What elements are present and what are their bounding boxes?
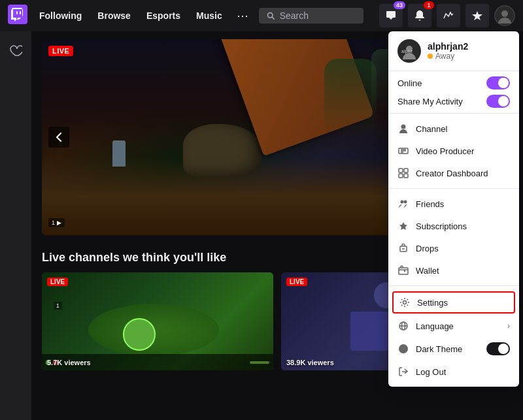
search-icon	[267, 11, 275, 20]
language-arrow: ›	[507, 321, 510, 331]
online-label: Online	[397, 78, 422, 88]
channel-live-badge-1: LIVE	[47, 278, 68, 286]
share-activity-label: Share My Activity	[397, 97, 463, 106]
online-toggle-row: Online	[397, 76, 510, 89]
status-dot	[428, 54, 433, 59]
nav-right-icons: 43 1	[379, 4, 515, 27]
nav-links: Following Browse Esports Music ⋯	[33, 5, 254, 27]
dropdown-header: alphr alphrjan2 Away	[388, 31, 519, 71]
notifications-button[interactable]: 1	[408, 4, 431, 27]
svg-rect-2	[16, 11, 18, 14]
friends-icon	[397, 198, 409, 210]
language-icon	[397, 320, 409, 332]
dropdown-item-video-producer[interactable]: Video Producer	[388, 140, 519, 162]
share-activity-toggle-row: Share My Activity	[397, 95, 510, 108]
nav-link-esports[interactable]: Esports	[140, 7, 187, 25]
nav-link-music[interactable]: Music	[190, 7, 229, 25]
dropdown-item-language[interactable]: Language ›	[388, 315, 519, 337]
notifications-badge: 1	[424, 1, 434, 9]
prev-button[interactable]	[48, 127, 69, 148]
settings-icon	[399, 297, 411, 308]
svg-rect-18	[399, 174, 403, 178]
subscriptions-icon	[397, 220, 409, 232]
channel-thumb-1: 1 LIVE 5.7K viewers	[42, 272, 273, 370]
dark-theme-icon	[397, 343, 409, 355]
share-activity-toggle[interactable]	[486, 95, 510, 108]
user-avatar[interactable]	[494, 5, 515, 26]
dropdown-item-creator-dashboard[interactable]: Creator Dashboard	[388, 162, 519, 184]
dropdown-section-social: Friends Subscriptions Drops	[388, 189, 519, 286]
dark-theme-toggle[interactable]	[486, 342, 510, 355]
channel-live-badge-2: LIVE	[286, 278, 307, 286]
svg-rect-1	[20, 11, 21, 14]
inbox-button[interactable]: 43	[379, 4, 403, 27]
activity-button[interactable]	[437, 4, 460, 27]
svg-rect-17	[404, 169, 408, 172]
drops-icon	[397, 242, 409, 254]
dropdown-avatar: alphr	[397, 39, 421, 63]
svg-point-26	[403, 301, 407, 304]
dropdown-toggles: Online Share My Activity	[388, 71, 519, 114]
dropdown-item-subscriptions[interactable]: Subscriptions	[388, 215, 519, 237]
svg-line-4	[272, 17, 274, 19]
sidebar-left	[0, 31, 31, 420]
nav-more-button[interactable]: ⋯	[231, 5, 254, 27]
wallet-icon	[397, 265, 409, 276]
svg-rect-19	[404, 174, 408, 178]
logout-label: Log Out	[416, 367, 446, 377]
twitch-logo[interactable]	[8, 5, 27, 27]
dropdown-status: Away	[428, 52, 468, 61]
subscriptions-label: Subscriptions	[416, 221, 467, 231]
svg-marker-22	[399, 222, 407, 230]
video-producer-icon	[397, 145, 409, 157]
live-badge: LIVE	[48, 46, 73, 56]
channel-label: Channel	[416, 124, 447, 134]
logout-icon	[397, 366, 409, 378]
svg-marker-5	[472, 11, 482, 20]
channel-card-1[interactable]: 1 LIVE 5.7K viewers	[42, 272, 273, 370]
language-label: Language	[416, 321, 454, 331]
top-navigation: Following Browse Esports Music ⋯ 43 1	[0, 0, 523, 31]
dropdown-username: alphrjan2	[428, 41, 468, 52]
video-producer-label: Video Producer	[416, 146, 474, 156]
online-toggle[interactable]	[486, 76, 510, 89]
channel-viewers-1: 5.7K viewers	[47, 359, 91, 366]
svg-point-20	[401, 201, 404, 204]
svg-rect-16	[399, 169, 403, 172]
dropdown-item-drops[interactable]: Drops	[388, 237, 519, 259]
stream-hud: 1 ▶	[48, 218, 65, 227]
svg-point-21	[404, 201, 407, 204]
dropdown-item-logout[interactable]: Log Out	[388, 361, 519, 383]
person-icon	[397, 123, 409, 135]
creator-dashboard-icon	[397, 167, 409, 179]
dropdown-section-creator: Channel Video Producer	[388, 114, 519, 189]
nav-link-browse[interactable]: Browse	[91, 7, 137, 25]
dark-theme-label: Dark Theme	[416, 344, 462, 354]
search-bar[interactable]	[259, 8, 363, 24]
favorites-icon[interactable]	[4, 39, 27, 63]
channel-viewers-2: 38.9K viewers	[286, 359, 334, 366]
wallet-label: Wallet	[416, 266, 439, 276]
dropdown-user-info: alphrjan2 Away	[428, 41, 468, 61]
prime-button[interactable]	[465, 4, 489, 27]
svg-point-11	[401, 125, 406, 129]
dropdown-item-wallet[interactable]: Wallet	[388, 259, 519, 282]
friends-label: Friends	[416, 199, 444, 209]
dropdown-item-friends[interactable]: Friends	[388, 193, 519, 215]
dropdown-item-settings[interactable]: Settings	[392, 291, 515, 314]
user-dropdown-menu: alphr alphrjan2 Away Online Share My Act…	[388, 31, 519, 387]
svg-text:alphr: alphr	[401, 49, 413, 54]
svg-rect-25	[399, 268, 408, 274]
settings-label: Settings	[417, 298, 448, 308]
creator-dashboard-label: Creator Dashboard	[416, 169, 488, 178]
svg-rect-0	[8, 5, 27, 24]
dropdown-item-dark-theme[interactable]: Dark Theme	[388, 337, 519, 361]
dropdown-section-settings: Settings Language › Dark Theme	[388, 286, 519, 387]
svg-point-7	[501, 10, 508, 17]
inbox-badge: 43	[394, 1, 405, 9]
dropdown-item-channel[interactable]: Channel	[388, 118, 519, 140]
nav-link-following[interactable]: Following	[33, 7, 88, 25]
search-input[interactable]	[280, 10, 356, 21]
drops-label: Drops	[416, 244, 439, 253]
